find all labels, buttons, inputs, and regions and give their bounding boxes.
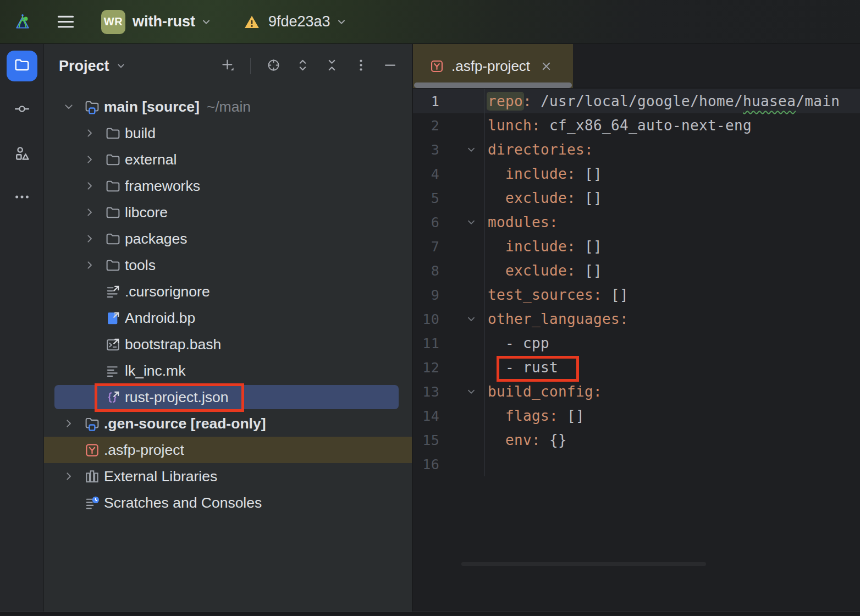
- line-number[interactable]: 12: [413, 360, 439, 376]
- tab-scrollbar[interactable]: [414, 82, 572, 88]
- code-line[interactable]: 2lunch: cf_x86_64_auto-next-eng: [413, 113, 860, 138]
- tree-item-frameworks[interactable]: frameworks: [44, 173, 412, 199]
- tree-item-tools[interactable]: tools: [44, 252, 412, 278]
- collapse-all-button[interactable]: [324, 58, 339, 74]
- code-line-text: directories:: [485, 141, 593, 158]
- project-view-selector[interactable]: Project: [59, 58, 127, 75]
- hide-button[interactable]: [382, 58, 398, 74]
- code-line[interactable]: 7 include: []: [413, 234, 860, 258]
- code-line[interactable]: 8 exclude: []: [413, 258, 860, 283]
- project-panel-title: Project: [59, 58, 109, 75]
- select-opened-file-button[interactable]: [266, 58, 281, 74]
- folder-icon: [105, 178, 121, 194]
- tool-window-button-structure[interactable]: [7, 139, 37, 170]
- code-line[interactable]: 3directories:: [413, 138, 860, 162]
- tree-item-label: external: [125, 151, 177, 168]
- fold-region-gutter[interactable]: [439, 307, 485, 331]
- tree-item-android-bp[interactable]: Android.bp: [44, 305, 412, 331]
- code-line[interactable]: 1repo: /usr/local/google/home/huasea/mai…: [413, 89, 860, 113]
- warning-icon: [244, 14, 260, 30]
- code-line[interactable]: 9test_sources: []: [413, 283, 860, 307]
- line-number[interactable]: 16: [413, 457, 439, 472]
- chevron-right-icon[interactable]: [83, 153, 96, 166]
- vcs-widget[interactable]: 9fde23a3: [244, 13, 348, 30]
- tree-item-main-source[interactable]: main [source]~/main: [44, 94, 412, 120]
- line-number[interactable]: 14: [413, 408, 439, 424]
- tool-window-button-project[interactable]: [7, 51, 37, 81]
- code-line[interactable]: 4 include: []: [413, 162, 860, 186]
- chevron-right-icon[interactable]: [62, 417, 75, 430]
- code-line[interactable]: 10other_languages:: [413, 307, 860, 331]
- chevron-down-icon[interactable]: [62, 100, 75, 113]
- folder-icon: [105, 257, 121, 273]
- line-number[interactable]: 13: [413, 384, 439, 400]
- chevron-spacer: [83, 364, 96, 377]
- chevron-right-icon[interactable]: [83, 127, 96, 140]
- kebab-icon: [354, 58, 368, 75]
- line-number[interactable]: 5: [413, 190, 439, 206]
- tree-item-cursorignore[interactable]: .cursorignore: [44, 278, 412, 305]
- chevron-right-icon[interactable]: [83, 258, 96, 272]
- chevron-right-icon[interactable]: [83, 232, 96, 245]
- line-number[interactable]: 7: [413, 239, 439, 255]
- project-panel-header: Project: [44, 44, 412, 88]
- tree-item-bootstrap-bash[interactable]: bootstrap.bash: [44, 331, 412, 358]
- scratches-icon: [84, 495, 100, 511]
- tree-item-external[interactable]: external: [44, 146, 412, 173]
- fold-region-gutter[interactable]: [439, 380, 485, 404]
- tree-item-asfp-project[interactable]: .asfp-project: [44, 437, 412, 463]
- line-number[interactable]: 11: [413, 336, 439, 351]
- code-line-text: - rust: [485, 359, 558, 376]
- options-button[interactable]: [353, 58, 368, 74]
- line-number[interactable]: 8: [413, 263, 439, 279]
- gutter: [439, 404, 485, 428]
- code-line[interactable]: 6modules:: [413, 210, 860, 234]
- editor-tab-label: .asfp-project: [451, 58, 530, 75]
- line-number[interactable]: 10: [413, 311, 439, 327]
- tree-item-external-libraries[interactable]: External Libraries: [44, 463, 412, 490]
- code-line[interactable]: 11 - cpp: [413, 331, 860, 355]
- line-number[interactable]: 1: [413, 94, 439, 109]
- tree-item-packages[interactable]: packages: [44, 226, 412, 252]
- tree-item-label: main [source]: [104, 98, 200, 116]
- line-number[interactable]: 2: [413, 118, 439, 134]
- vcs-revision: 9fde23a3: [268, 13, 330, 30]
- tree-item-libcore[interactable]: libcore: [44, 199, 412, 226]
- editor-tab-asfp-project[interactable]: .asfp-project: [413, 44, 573, 88]
- expand-all-button[interactable]: [295, 58, 310, 74]
- tree-item-rust-project-json[interactable]: rust-project.json: [44, 384, 412, 410]
- project-widget[interactable]: WR with-rust: [101, 10, 213, 34]
- chevron-right-icon[interactable]: [83, 179, 96, 193]
- yaml-file-icon: [429, 59, 444, 74]
- code-line[interactable]: 14 flags: []: [413, 404, 860, 428]
- line-number[interactable]: 3: [413, 142, 439, 158]
- minus-icon: [383, 58, 398, 75]
- main-menu-button[interactable]: [55, 12, 76, 32]
- line-number[interactable]: 6: [413, 215, 439, 230]
- tree-item-scratches-and-consoles[interactable]: Scratches and Consoles: [44, 490, 412, 516]
- new-button[interactable]: [220, 58, 235, 74]
- code-editor[interactable]: 1repo: /usr/local/google/home/huasea/mai…: [413, 88, 860, 612]
- line-number[interactable]: 15: [413, 432, 439, 448]
- gutter: [439, 234, 485, 258]
- tree-item-lk-inc-mk[interactable]: lk_inc.mk: [44, 358, 412, 384]
- code-line[interactable]: 5 exclude: []: [413, 186, 860, 210]
- toolbar-divider: [250, 58, 251, 74]
- code-line[interactable]: 13build_config:: [413, 380, 860, 404]
- chevron-right-icon[interactable]: [62, 470, 75, 483]
- code-line[interactable]: 12 - rust: [413, 355, 860, 380]
- code-line[interactable]: 15 env: {}: [413, 428, 860, 452]
- line-number[interactable]: 9: [413, 287, 439, 303]
- code-line[interactable]: 16: [413, 452, 860, 476]
- fold-region-gutter[interactable]: [439, 210, 485, 234]
- tree-item-build[interactable]: build: [44, 120, 412, 146]
- fold-region-gutter[interactable]: [439, 138, 485, 162]
- tool-window-button-more-tool-windows[interactable]: [7, 183, 37, 213]
- editor-horizontal-scrollbar[interactable]: [461, 562, 706, 566]
- tool-window-button-commit[interactable]: [7, 95, 37, 125]
- gutter: [439, 186, 485, 210]
- tree-item-gen-source-read-only[interactable]: .gen-source [read-only]: [44, 410, 412, 437]
- chevron-right-icon[interactable]: [83, 206, 96, 219]
- close-icon[interactable]: [539, 59, 553, 73]
- line-number[interactable]: 4: [413, 166, 439, 182]
